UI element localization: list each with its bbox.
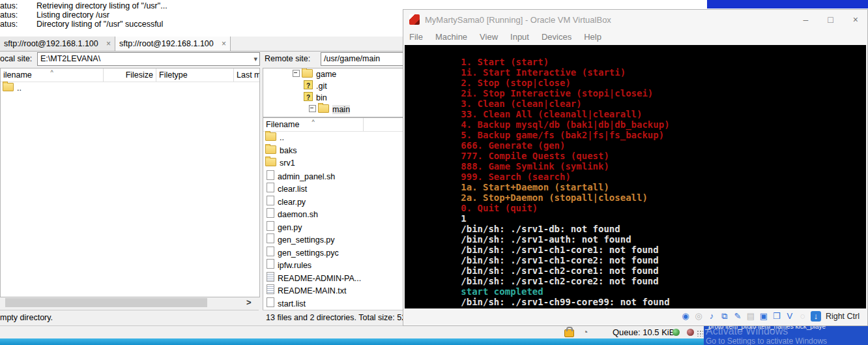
file-name: srv1 — [280, 158, 295, 168]
file-type-icon — [265, 158, 276, 166]
activate-windows-watermark-line2: Go to Settings to activate Windows — [706, 337, 827, 345]
file-type-icon — [265, 132, 276, 141]
window-title: MyMartySama0 [Running] - Oracle VM Virtu… — [425, 15, 611, 25]
tab-close-icon[interactable]: × — [222, 39, 226, 48]
terminal-line: /bin/sh: ./srv1-db: not found — [406, 213, 866, 224]
log-status-label: atus: — [0, 1, 36, 10]
file-type-icon — [267, 259, 274, 269]
status-led-red — [687, 329, 694, 336]
virtualbox-window: MyMartySama0 [Running] - Oracle VM Virtu… — [403, 9, 868, 326]
close-button[interactable]: × — [853, 14, 858, 25]
tree-expander-icon[interactable] — [293, 70, 300, 77]
virtualbox-logo-icon — [409, 14, 420, 25]
column-header-filesize[interactable]: Filesize — [104, 68, 156, 82]
tab-label: sftp://root@192.168.1.100 — [119, 39, 214, 48]
tab-close-icon[interactable]: × — [106, 39, 111, 48]
minimize-button[interactable]: – — [803, 14, 809, 25]
queue-size: Queue: 10.5 KiB — [613, 327, 674, 337]
mouse-integration-icon[interactable]: ◌ — [798, 311, 808, 322]
speed-gauge-icon[interactable]: ◔ — [583, 327, 588, 337]
tree-label: .git — [316, 82, 327, 91]
optical-disc-icon[interactable]: ◎ — [693, 311, 704, 322]
vm-console[interactable]: 1. Start (start) 1i. Start Interactive (… — [405, 45, 866, 308]
screen: _proto item_proto item_names kick_playe … — [0, 0, 868, 345]
file-name: .. — [17, 83, 22, 93]
file-name: README-ADMIN-PA... — [278, 274, 361, 283]
connection-tab[interactable]: sftp://root@192.168.1.100 × — [0, 37, 115, 51]
shared-folders-icon[interactable]: ▤ — [745, 311, 756, 322]
file-type-icon — [267, 284, 274, 294]
titlebar: MyMartySama0 [Running] - Oracle VM Virtu… — [403, 10, 867, 29]
network-icon[interactable]: ⧉ — [719, 311, 730, 322]
folder-icon — [318, 104, 329, 113]
menubar: File Machine View Input Devices Help — [403, 29, 867, 44]
taskbar-edge[interactable] — [0, 338, 705, 345]
resize-grip[interactable] — [697, 330, 703, 337]
host-key-icon[interactable]: ↓ — [811, 311, 821, 322]
sort-ascending-icon: ^ — [50, 68, 53, 79]
clipboard-icon[interactable]: ❒ — [772, 311, 782, 322]
file-type-icon — [267, 183, 274, 192]
file-name: start.list — [278, 299, 306, 308]
status-led-green — [673, 329, 680, 336]
file-name: .. — [280, 133, 284, 142]
scroll-right-arrow-icon[interactable]: > — [246, 297, 252, 307]
tree-label: bin — [316, 93, 327, 102]
background-blue-window: _proto item_proto item_names kick_playe … — [704, 325, 868, 345]
menu-item[interactable]: File — [409, 32, 423, 42]
menu-item[interactable]: Machine — [435, 32, 467, 42]
local-pane-status: mpty directory. — [0, 310, 259, 325]
local-horizontal-scrollbar: > — [0, 297, 259, 308]
menu-item[interactable]: Devices — [542, 32, 571, 42]
maximize-button[interactable]: □ — [828, 14, 833, 25]
file-type-icon — [267, 196, 274, 205]
file-name: clear.py — [278, 198, 306, 207]
column-header-filename[interactable]: Filename ^ — [263, 118, 364, 131]
column-header-filetype[interactable]: Filetype — [156, 68, 234, 82]
log-message: Listing directory /usr — [36, 10, 109, 20]
menu-item[interactable]: View — [480, 32, 498, 42]
chevron-down-icon[interactable]: ▾ — [253, 53, 257, 65]
connection-tab[interactable]: sftp://root@192.168.1.100 × — [115, 37, 231, 51]
file-name: README-MAIN.txt — [278, 286, 347, 295]
menu-item[interactable]: Help — [584, 32, 601, 42]
file-type-icon — [267, 247, 274, 256]
file-type-icon — [267, 170, 274, 180]
window-controls: – □ × — [803, 14, 867, 25]
file-type-icon — [267, 208, 274, 218]
scrollbar-thumb[interactable] — [5, 298, 207, 307]
file-name: ipfw.rules — [278, 261, 311, 270]
usb-icon[interactable]: ✎ — [732, 311, 743, 322]
tree-expander-icon[interactable] — [309, 105, 316, 112]
sort-ascending-icon: ^ — [311, 118, 314, 128]
file-type-icon — [267, 221, 274, 231]
display-icon[interactable]: ▣ — [759, 311, 769, 322]
hdd-icon[interactable]: ◉ — [680, 311, 691, 322]
local-column-headers: ilename ^ Filesize Filetype Last m — [1, 68, 259, 82]
log-message: Retrieving directory listing of "/usr"..… — [36, 1, 167, 10]
log-status-label: atus: — [0, 10, 36, 20]
local-file-pane: ilename ^ Filesize Filetype Last m .. — [0, 68, 260, 297]
tab-label: sftp://root@192.168.1.100 — [4, 39, 98, 48]
file-type-icon — [267, 297, 274, 307]
log-status-label: atus: — [0, 20, 36, 29]
folder-icon — [3, 83, 14, 91]
column-header-filename[interactable]: ilename ^ — [1, 68, 104, 82]
recording-icon[interactable]: V — [785, 311, 795, 322]
file-name: daemon.sh — [278, 210, 318, 219]
remote-site-path: /usr/game/main — [324, 54, 380, 63]
lock-icon[interactable] — [564, 329, 574, 337]
tree-label: game — [316, 70, 336, 79]
log-message: Directory listing of "/usr" successful — [36, 20, 163, 29]
terminal-line: 1. Start (start) — [406, 46, 866, 57]
folder-icon — [302, 69, 313, 78]
background-blue-window-top — [707, 0, 868, 8]
local-site-combobox[interactable]: E:\MT2LEVANA\ ▾ — [37, 52, 260, 66]
host-key-label: Right Ctrl — [826, 312, 860, 321]
menu-item[interactable]: Input — [510, 32, 529, 42]
audio-icon[interactable]: ♪ — [706, 311, 717, 322]
file-name: gen_settings.pyc — [278, 248, 339, 258]
file-row[interactable]: .. — [1, 82, 259, 95]
status-icons: ◉ ◎ ♪ ⧉ ✎ ▤ ▣ ❒ V ◌ — [680, 311, 821, 322]
column-header-lastmodified[interactable]: Last m — [234, 68, 259, 82]
